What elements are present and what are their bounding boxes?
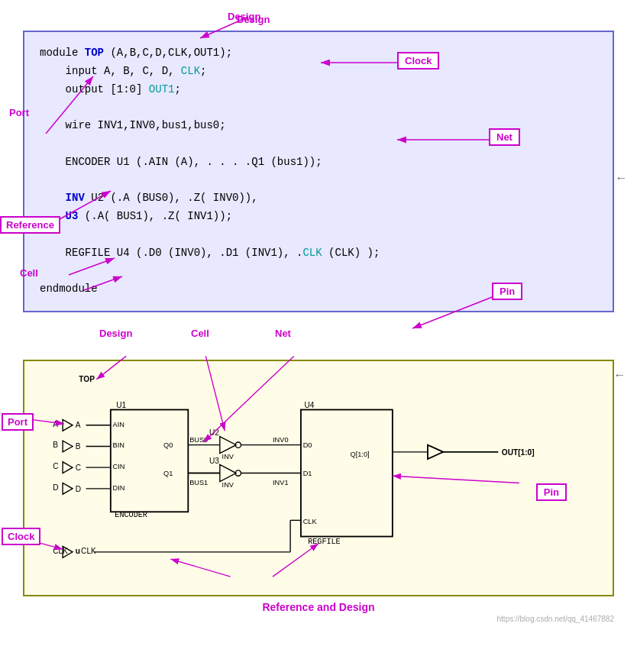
code-line-13 [40,263,597,281]
svg-marker-41 [220,437,236,454]
svg-text:Q[1:0]: Q[1:0] [351,451,370,458]
svg-text:BIN: BIN [113,441,124,449]
svg-line-77 [393,476,519,483]
svg-text:INV: INV [222,453,234,460]
main-container: Design module TOP (A,B,C,D,CLK,OUT1); in… [0,0,637,646]
svg-text:AIN: AIN [113,421,124,428]
svg-line-78 [170,559,230,577]
reference-label-code: Reference [0,216,60,234]
code-line-11 [40,226,597,244]
svg-text:A: A [76,422,81,430]
svg-text:Q0: Q0 [163,441,173,449]
svg-text:BUS0: BUS0 [189,436,208,444]
svg-text:BUS1: BUS1 [189,479,208,486]
svg-text:ENCODER: ENCODER [115,511,147,519]
svg-text:INV1: INV1 [273,479,289,486]
svg-marker-13 [63,420,73,431]
svg-text:u: u [76,547,80,555]
svg-text:D: D [76,485,81,493]
code-section: Design module TOP (A,B,C,D,CLK,OUT1); in… [23,31,614,312]
svg-text:U3: U3 [209,457,219,465]
svg-marker-25 [63,483,73,495]
design-label-code: Design [228,11,260,22]
svg-text:B: B [76,442,81,451]
code-line-3: output [1:0] OUT1; [40,81,597,99]
right-arrow-1: ← [617,172,625,186]
svg-text:U1: U1 [116,401,126,409]
net-label-bottom: Net [275,328,291,339]
svg-text:D: D [53,483,58,492]
svg-text:Q1: Q1 [163,470,173,477]
svg-marker-62 [428,445,443,459]
pin-label-schematic: Pin [536,483,567,501]
clock-label-schematic: Clock [2,528,40,545]
code-line-7: ENCODER U1 (.AIN (A), . . . .Q1 (bus1)); [40,153,597,172]
clock-label-code: Clock [397,52,439,69]
svg-text:DIN: DIN [113,484,125,492]
svg-text:C: C [76,464,81,472]
right-arrow-2: ← [616,369,623,383]
schematic-svg: .sch-text { font-family: 'Courier New', … [32,369,605,587]
svg-marker-46 [220,465,236,482]
svg-marker-21 [63,462,73,473]
code-line-4 [40,99,597,117]
ref-design-label: Reference and Design [23,601,614,613]
code-line-9: INV U2 (.A (BUS0), .Z( INV0)), [40,189,597,208]
code-box: module TOP (A,B,C,D,CLK,OUT1); input A, … [23,31,614,312]
svg-text:CIN: CIN [113,463,125,470]
svg-text:OUT[1:0]: OUT[1:0] [502,448,535,457]
svg-text:CLK: CLK [81,547,96,555]
svg-text:INV: INV [222,481,234,489]
svg-line-73 [205,357,225,431]
svg-text:D0: D0 [303,441,312,449]
code-line-10: U3 (.A( BUS1), .Z( INV1)); [40,208,597,226]
svg-text:D1: D1 [303,470,312,477]
svg-text:C: C [53,462,58,470]
code-line-12: REGFILE U4 (.D0 (INV0), .D1 (INV1), .CLK… [40,244,597,263]
code-line-2: input A, B, C, D, CLK; [40,63,597,81]
svg-marker-17 [63,441,73,452]
svg-text:INV0: INV0 [273,436,289,444]
pin-label-code: Pin [492,283,522,300]
watermark: https://blog.csdn.net/qq_41467882 [23,615,614,623]
design-label-bottom: Design [99,328,132,339]
cell-label-code: Cell [20,267,38,279]
svg-line-72 [96,357,126,380]
svg-text:CLK: CLK [303,518,318,525]
port-label-schematic: Port [2,413,34,431]
code-line-8 [40,172,597,190]
bottom-labels-row: Design Cell Net [23,328,614,358]
bottom-section-wrapper: Design Cell Net Port Clock Pin .sch-text… [23,328,614,623]
svg-line-79 [273,544,318,577]
svg-text:TOP: TOP [79,375,95,383]
cell-label-bottom: Cell [191,328,209,339]
port-label-code: Port [9,107,29,118]
svg-text:B: B [53,441,58,449]
svg-text:U4: U4 [305,401,315,409]
net-label-code: Net [489,128,520,146]
svg-text:REGFILE: REGFILE [308,538,341,546]
code-line-1: module TOP (A,B,C,D,CLK,OUT1); [40,44,597,63]
schematic-box: Port Clock Pin .sch-text { font-family: … [23,360,614,596]
svg-text:A: A [53,420,58,428]
